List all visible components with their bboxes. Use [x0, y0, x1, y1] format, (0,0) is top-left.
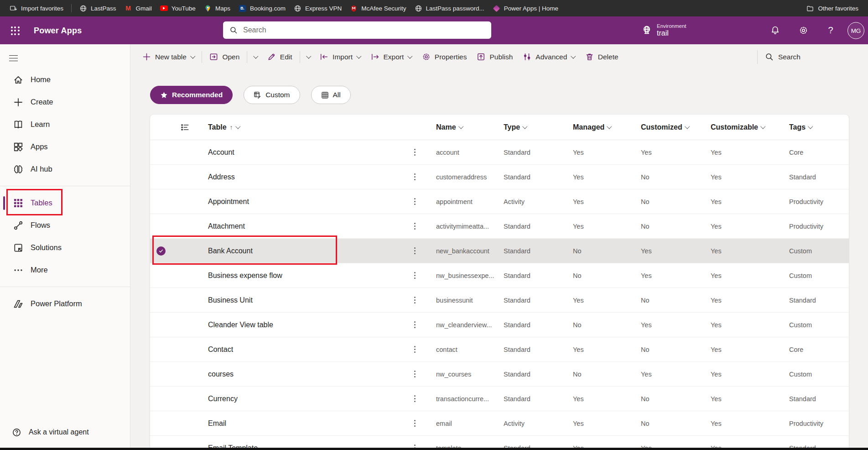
cell-tags: Core	[789, 346, 849, 353]
table-row-contact[interactable]: ContactcontactStandardYesNoYesCore	[150, 337, 849, 362]
column-header-table[interactable]: Table↑	[208, 123, 404, 131]
column-header-customizable[interactable]: Customizable	[711, 123, 789, 131]
row-menu-button[interactable]	[414, 149, 416, 156]
bookmark-label: Booking.com	[250, 5, 286, 12]
bookmark-express-vpn[interactable]: Express VPN	[290, 3, 346, 14]
bookmark-lastpass-password[interactable]: LastPass password...	[411, 3, 489, 14]
sort-ascending-icon: ↑	[230, 124, 233, 131]
sidebar-item-label: Learn	[31, 120, 50, 129]
filter-all[interactable]: All	[311, 86, 351, 104]
properties-button[interactable]: Properties	[417, 48, 472, 66]
list-settings-button[interactable]	[180, 123, 189, 132]
sidebar-item-flows[interactable]: Flows	[0, 214, 130, 236]
grid-icon	[321, 91, 329, 99]
bookmark-import-favorites[interactable]: Import favorites	[5, 3, 68, 14]
cell-managed: Yes	[573, 420, 641, 427]
sidebar-item-solutions[interactable]: Solutions	[0, 236, 130, 259]
column-header-tags[interactable]: Tags	[789, 123, 849, 131]
publish-button[interactable]: Publish	[472, 48, 518, 66]
selected-check-icon[interactable]	[156, 246, 166, 256]
column-header-managed[interactable]: Managed	[573, 123, 641, 131]
flows-icon	[13, 220, 23, 230]
delete-button[interactable]: Delete	[580, 48, 624, 66]
cell-name: customeraddress	[436, 173, 504, 181]
global-search-input[interactable]	[242, 26, 485, 35]
chevron-down-icon	[306, 54, 311, 59]
sidebar-item-learn[interactable]: Learn	[0, 113, 130, 136]
settings-button[interactable]	[795, 23, 811, 38]
row-menu-button[interactable]	[414, 321, 416, 328]
book-icon	[13, 120, 23, 130]
notifications-button[interactable]	[767, 23, 783, 38]
table-row-currency[interactable]: Currencytransactioncurre...StandardYesNo…	[150, 387, 849, 411]
sidebar-item-create[interactable]: Create	[0, 91, 130, 113]
bookmark-booking-com[interactable]: B.Booking.com	[234, 3, 290, 14]
cell-tags: Custom	[789, 371, 849, 378]
help-button[interactable]: ?	[823, 23, 838, 38]
toolbar-dropdown-button[interactable]	[302, 48, 315, 66]
new-table-button[interactable]: New table	[137, 48, 199, 66]
table-row-bank-account[interactable]: Bank Accountnew_bankaccountStandardNoYes…	[150, 239, 849, 263]
column-header-customized[interactable]: Customized	[641, 123, 711, 131]
row-menu-button[interactable]	[414, 272, 416, 279]
filter-recommended[interactable]: Recommended	[150, 86, 233, 104]
environment-picker[interactable]: Environment trail	[641, 23, 686, 38]
table-row-business-unit[interactable]: Business UnitbusinessunitStandardYesNoYe…	[150, 288, 849, 313]
cell-type: Standard	[504, 149, 573, 156]
edit-button[interactable]: Edit	[262, 48, 297, 66]
sidebar-item-home[interactable]: Home	[0, 68, 130, 91]
row-menu-button[interactable]	[414, 371, 416, 377]
menu-toggle-button[interactable]	[9, 51, 24, 65]
bookmark-lastpass[interactable]: LastPass	[75, 3, 120, 14]
table-row-appointment[interactable]: AppointmentappointmentActivityYesNoYesPr…	[150, 189, 849, 214]
table-row-address[interactable]: AddresscustomeraddressStandardYesNoYesSt…	[150, 165, 849, 189]
sidebar-item-apps[interactable]: Apps	[0, 136, 130, 158]
row-menu-button[interactable]	[414, 346, 416, 353]
row-menu-button[interactable]	[414, 395, 416, 402]
advanced-button[interactable]: Advanced	[518, 48, 580, 66]
column-header-type[interactable]: Type	[504, 123, 573, 131]
table-row-account[interactable]: AccountaccountStandardYesYesYesCore	[150, 140, 849, 165]
chevron-down-icon	[808, 124, 813, 129]
tables-list-card: Table↑NameTypeManagedCustomizedCustomiza…	[150, 115, 849, 450]
toolbar-dropdown-button[interactable]	[249, 48, 262, 66]
sidebar-item-power-platform[interactable]: Power Platform	[0, 293, 130, 315]
row-menu-button[interactable]	[414, 223, 416, 230]
table-row-courses[interactable]: coursesnw_coursesStandardNoYesYesCustom	[150, 362, 849, 387]
custom-table-icon	[254, 91, 261, 99]
bookmark-maps[interactable]: Maps	[200, 3, 234, 14]
bookmark-gmail[interactable]: MGmail	[120, 3, 156, 14]
account-avatar[interactable]: MG	[847, 22, 864, 39]
import-button[interactable]: Import	[315, 48, 365, 66]
table-row-email[interactable]: EmailemailActivityYesNoYesProductivity	[150, 411, 849, 436]
bookmark-power-apps-home[interactable]: Power Apps | Home	[489, 3, 562, 14]
table-row-attachment[interactable]: Attachmentactivitymimeatta...StandardYes…	[150, 214, 849, 239]
cell-table-name: Email	[208, 419, 404, 428]
sidebar-item-ai-hub[interactable]: AI hub	[0, 158, 130, 180]
sidebar-item-more[interactable]: More	[0, 259, 130, 281]
cell-type: Standard	[504, 223, 573, 230]
table-search-button[interactable]: Search	[765, 52, 800, 61]
other-favorites-button[interactable]: Other favorites	[802, 3, 863, 14]
column-header-name[interactable]: Name	[436, 123, 504, 131]
global-search-box[interactable]	[223, 21, 491, 39]
open-button[interactable]: Open	[204, 48, 244, 66]
cell-customized: No	[641, 198, 711, 205]
chevron-down-icon	[571, 54, 576, 59]
filter-custom[interactable]: Custom	[244, 86, 300, 104]
export-button[interactable]: Export	[366, 48, 417, 66]
table-row-cleander-view-table[interactable]: Cleander View tablenw_cleanderview...Sta…	[150, 313, 849, 337]
sidebar-item-tables[interactable]: Tables	[0, 192, 130, 214]
row-menu-button[interactable]	[414, 198, 416, 205]
ask-virtual-agent-button[interactable]: Ask a virtual agent	[0, 422, 130, 442]
bookmark-youtube[interactable]: YouTube	[156, 3, 200, 14]
row-menu-button[interactable]	[414, 173, 416, 180]
globe-icon	[294, 5, 301, 12]
bookmark-mcafee-security[interactable]: McAfee Security	[346, 3, 410, 14]
row-menu-button[interactable]	[414, 247, 416, 254]
app-launcher-button[interactable]	[5, 21, 25, 40]
table-row-business-expense-flow[interactable]: Business expense flownw_businessexpe...S…	[150, 263, 849, 288]
toolbar-label: Import	[333, 53, 353, 61]
row-menu-button[interactable]	[414, 420, 416, 427]
row-menu-button[interactable]	[414, 297, 416, 303]
